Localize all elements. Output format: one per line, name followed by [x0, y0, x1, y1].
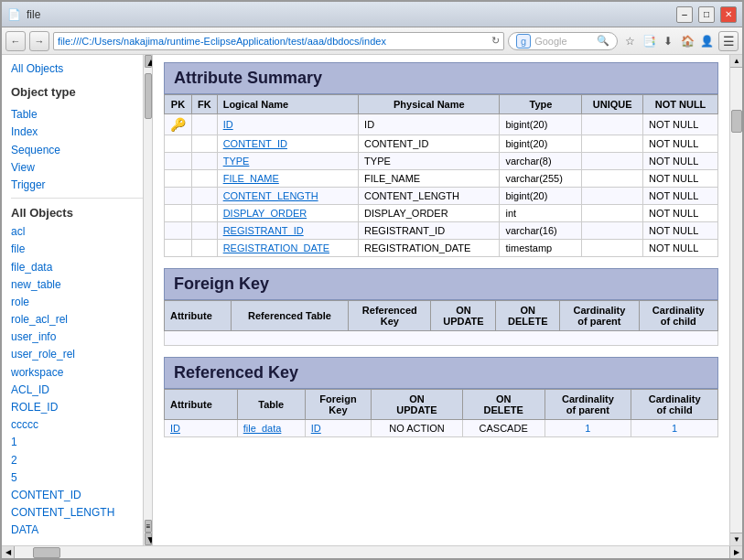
type-value: bigint(20): [500, 114, 582, 135]
unique-value: [582, 170, 643, 188]
sidebar-item-5[interactable]: 5: [11, 469, 143, 487]
all-objects-top-link[interactable]: All Objects: [11, 60, 143, 78]
sidebar-item-file-data[interactable]: file_data: [11, 259, 143, 276]
col-not-null: NOT NULL: [643, 95, 718, 114]
sidebar-scroll[interactable]: All Objects Object type Table Index Sequ…: [2, 60, 152, 540]
not-null-value: NOT NULL: [643, 153, 718, 170]
key-icon: 🔑: [170, 117, 186, 132]
not-null-value: NOT NULL: [643, 114, 718, 135]
logical-name-link[interactable]: REGISTRANT_ID: [223, 225, 304, 236]
reload-icon[interactable]: ↻: [491, 35, 500, 47]
sidebar-item-user-info[interactable]: user_info: [11, 328, 143, 346]
scroll-up-button[interactable]: ▲: [730, 55, 742, 68]
search-bar[interactable]: g Google 🔍: [508, 32, 618, 50]
close-button[interactable]: ✕: [720, 6, 737, 23]
table-row: CONTENT_IDCONTENT_IDbigint(20)NOT NULL: [165, 135, 718, 153]
address-bar[interactable]: file:///C:/Users/nakajima/runtime-Eclips…: [53, 32, 504, 50]
sidebar-scrollbar[interactable]: ▲ ≡ ▼: [143, 55, 152, 545]
fk-col-ref-key: ReferencedKey: [349, 301, 431, 331]
sidebar-item-acl[interactable]: acl: [11, 223, 143, 241]
rk-col-fk: ForeignKey: [305, 390, 371, 420]
sidebar-item-view[interactable]: View: [11, 159, 143, 177]
sidebar-item-trigger[interactable]: Trigger: [11, 177, 143, 194]
download-icon[interactable]: ⬇: [660, 33, 676, 49]
sidebar-item-sequence[interactable]: Sequence: [11, 142, 143, 159]
sidebar-scroll-down[interactable]: ▼: [145, 533, 152, 545]
rk-fk-link[interactable]: ID: [311, 423, 321, 434]
fk-col-attribute: Attribute: [165, 301, 232, 331]
rk-on-update: NO ACTION: [372, 420, 463, 437]
sidebar-item-file[interactable]: file: [11, 241, 143, 258]
sidebar-item-2[interactable]: 2: [11, 452, 143, 469]
address-text: file:///C:/Users/nakajima/runtime-Eclips…: [58, 36, 488, 47]
col-pk: PK: [165, 95, 192, 114]
sidebar-item-data[interactable]: DATA: [11, 522, 143, 539]
unique-value: [582, 114, 643, 135]
bookmark-icon[interactable]: 📑: [641, 33, 657, 49]
logical-name-link[interactable]: ID: [223, 119, 233, 130]
scroll-right-button[interactable]: ▶: [729, 546, 742, 559]
nav-icons: ☆ 📑 ⬇ 🏠 👤: [621, 33, 715, 49]
unique-value: [582, 153, 643, 170]
maximize-button[interactable]: □: [698, 6, 715, 23]
sidebar-item-workspace[interactable]: workspace: [11, 364, 143, 382]
rk-col-attribute: Attribute: [165, 390, 238, 420]
sidebar-item-1[interactable]: 1: [11, 434, 143, 451]
sidebar-item-role[interactable]: role: [11, 294, 143, 311]
sidebar-item-role-acl-rel[interactable]: role_acl_rel: [11, 311, 143, 328]
sidebar-item-user-role-rel[interactable]: user_role_rel: [11, 346, 143, 363]
home-icon[interactable]: 🏠: [679, 33, 695, 49]
logical-name-link[interactable]: CONTENT_ID: [223, 138, 287, 149]
logical-name-link[interactable]: CONTENT_LENGTH: [223, 190, 318, 201]
user-icon[interactable]: 👤: [698, 33, 715, 49]
back-button[interactable]: ←: [5, 31, 26, 51]
sidebar-item-acl-id[interactable]: ACL_ID: [11, 382, 143, 399]
sidebar-scroll-up[interactable]: ▲: [145, 55, 152, 68]
logical-name-link[interactable]: TYPE: [223, 156, 250, 167]
type-value: bigint(20): [500, 188, 582, 205]
sidebar-scroll-thumb[interactable]: [145, 73, 152, 119]
attribute-summary-table: PK FK Logical Name Physical Name Type UN…: [164, 94, 718, 257]
table-row: TYPETYPEvarchar(8)NOT NULL: [165, 153, 718, 170]
forward-button[interactable]: →: [29, 31, 49, 51]
sidebar-item-content-length[interactable]: CONTENT_LENGTH: [11, 504, 143, 522]
type-value: int: [500, 205, 582, 222]
minimize-button[interactable]: –: [676, 6, 693, 23]
menu-button[interactable]: ☰: [718, 31, 739, 51]
physical-name: REGISTRATION_DATE: [359, 240, 500, 257]
title-bar: 📄 file – □ ✕: [2, 2, 742, 27]
scroll-thumb[interactable]: [731, 110, 742, 133]
main-inner: All Objects Object type Table Index Sequ…: [2, 55, 742, 545]
table-row: CONTENT_LENGTHCONTENT_LENGTHbigint(20)NO…: [165, 188, 718, 205]
sidebar-item-index[interactable]: Index: [11, 124, 143, 141]
table-row: DISPLAY_ORDERDISPLAY_ORDERintNOT NULL: [165, 205, 718, 222]
bottom-scrollbar[interactable]: ◀ ▶: [2, 545, 742, 558]
right-scrollbar[interactable]: ▲ ▼: [729, 55, 742, 545]
logical-name-link[interactable]: FILE_NAME: [223, 173, 279, 184]
bottom-scroll-thumb[interactable]: [33, 547, 60, 558]
fk-col-ref-table: Referenced Table: [231, 301, 348, 331]
logical-name-link[interactable]: REGISTRATION_DATE: [223, 242, 329, 253]
fk-col-on-update: ONUPDATE: [431, 301, 496, 331]
rk-on-delete: CASCADE: [462, 420, 545, 437]
star-icon[interactable]: ☆: [621, 33, 638, 49]
sidebar-item-new-table[interactable]: new_table: [11, 276, 143, 294]
sidebar-item-role-id[interactable]: ROLE_ID: [11, 399, 143, 416]
sidebar-item-table[interactable]: Table: [11, 106, 143, 124]
object-type-title: Object type: [11, 85, 143, 99]
type-value: varchar(8): [500, 153, 582, 170]
logical-name-link[interactable]: DISPLAY_ORDER: [223, 208, 307, 219]
sidebar-item-content-id[interactable]: CONTENT_ID: [11, 487, 143, 504]
sidebar-item-ccccc[interactable]: ccccc: [11, 416, 143, 434]
scroll-down-button[interactable]: ▼: [730, 533, 742, 545]
table-row: FILE_NAMEFILE_NAMEvarchar(255)NOT NULL: [165, 170, 718, 188]
rk-card-parent: 1: [545, 420, 631, 437]
google-icon: g: [516, 34, 531, 48]
scroll-left-button[interactable]: ◀: [2, 546, 15, 559]
referenced-key-title: Referenced Key: [164, 357, 718, 389]
rk-table-link[interactable]: file_data: [243, 423, 282, 434]
sidebar-item-display-order[interactable]: DISPLAY_ORDER: [11, 540, 143, 541]
window-title: file: [27, 8, 671, 21]
physical-name: ID: [359, 114, 500, 135]
rk-attribute-link[interactable]: ID: [170, 423, 180, 434]
